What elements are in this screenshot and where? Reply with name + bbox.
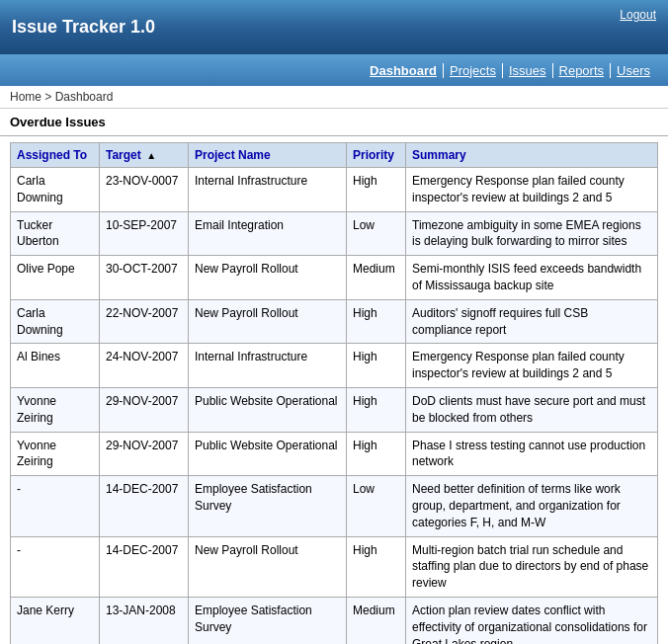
overdue-issues-table: Assigned To Target ▲ Project Name Priori… xyxy=(10,142,658,644)
logout-link[interactable]: Logout xyxy=(620,8,656,22)
app-header: Issue Tracker 1.0 Logout xyxy=(0,0,668,54)
cell-summary: Auditors' signoff requires full CSB comp… xyxy=(406,299,658,344)
nav-issues[interactable]: Issues xyxy=(503,63,553,78)
cell-target: 14-DEC-2007 xyxy=(100,536,189,597)
col-summary-label: Summary xyxy=(412,148,466,162)
cell-project: Email Integration xyxy=(189,211,347,256)
table-header-row: Assigned To Target ▲ Project Name Priori… xyxy=(11,143,658,168)
cell-project: Employee Satisfaction Survey xyxy=(189,597,347,644)
cell-target: 30-OCT-2007 xyxy=(100,256,189,300)
cell-project: Internal Infrastructure xyxy=(189,344,347,388)
table-row: Yvonne Zeiring29-NOV-2007Public Website … xyxy=(11,387,658,432)
cell-summary: Semi-monthly ISIS feed exceeds bandwidth… xyxy=(406,256,658,300)
col-target-label: Target xyxy=(106,148,141,162)
table-row: Carla Downing23-NOV-0007Internal Infrast… xyxy=(11,168,658,212)
table-row: -14-DEC-2007New Payroll RolloutHighMulti… xyxy=(11,536,658,597)
table-body: Carla Downing23-NOV-0007Internal Infrast… xyxy=(11,168,658,645)
cell-priority: High xyxy=(347,536,406,597)
nav-users[interactable]: Users xyxy=(611,63,656,78)
cell-project: Internal Infrastructure xyxy=(189,168,347,212)
cell-priority: Medium xyxy=(347,256,406,300)
table-row: Al Bines24-NOV-2007Internal Infrastructu… xyxy=(11,344,658,388)
cell-assigned: - xyxy=(11,536,100,597)
cell-assigned: Olive Pope xyxy=(11,256,100,300)
col-priority-label: Priority xyxy=(353,148,394,162)
table-row: Carla Downing22-NOV-2007New Payroll Roll… xyxy=(11,299,658,344)
col-header-priority: Priority xyxy=(347,143,406,168)
cell-priority: High xyxy=(347,344,406,388)
cell-assigned: Carla Downing xyxy=(11,299,100,344)
cell-target: 13-JAN-2008 xyxy=(100,597,189,644)
cell-assigned: Al Bines xyxy=(11,344,100,388)
app-title: Issue Tracker 1.0 xyxy=(12,17,155,38)
cell-assigned: Jane Kerry xyxy=(11,597,100,644)
cell-priority: High xyxy=(347,168,406,212)
cell-summary: Timezone ambiguity in some EMEA regions … xyxy=(406,211,658,256)
cell-summary: Emergency Response plan failed county in… xyxy=(406,344,658,388)
issues-table-container: Assigned To Target ▲ Project Name Priori… xyxy=(0,136,668,644)
cell-assigned: Tucker Uberton xyxy=(11,211,100,256)
cell-priority: High xyxy=(347,299,406,344)
cell-summary: Phase I stress testing cannot use produc… xyxy=(406,432,658,476)
cell-project: Public Website Operational xyxy=(189,432,347,476)
cell-project: New Payroll Rollout xyxy=(189,536,347,597)
col-header-summary: Summary xyxy=(406,143,658,168)
col-assigned-label: Assigned To xyxy=(17,148,87,162)
cell-project: Employee Satisfaction Survey xyxy=(189,476,347,536)
table-row: Olive Pope30-OCT-2007New Payroll Rollout… xyxy=(11,256,658,300)
cell-target: 24-NOV-2007 xyxy=(100,344,189,388)
col-project-label: Project Name xyxy=(195,148,271,162)
cell-assigned: Yvonne Zeiring xyxy=(11,387,100,432)
cell-priority: Medium xyxy=(347,597,406,644)
cell-priority: Low xyxy=(347,211,406,256)
nav-dashboard[interactable]: Dashboard xyxy=(364,63,444,78)
cell-priority: High xyxy=(347,432,406,476)
nav-reports[interactable]: Reports xyxy=(553,63,612,78)
cell-summary: Action plan review dates conflict with e… xyxy=(406,597,658,644)
cell-assigned: - xyxy=(11,476,100,536)
cell-summary: DoD clients must have secure port and mu… xyxy=(406,387,658,432)
cell-target: 10-SEP-2007 xyxy=(100,211,189,256)
cell-priority: High xyxy=(347,387,406,432)
sort-arrow-icon: ▲ xyxy=(146,150,156,161)
cell-summary: Need better definition of terms like wor… xyxy=(406,476,658,536)
nav-links: Dashboard Projects Issues Reports Users xyxy=(364,63,656,78)
breadcrumb: Home > Dashboard xyxy=(0,86,668,109)
cell-priority: Low xyxy=(347,476,406,536)
cell-project: New Payroll Rollout xyxy=(189,299,347,344)
cell-summary: Multi-region batch trial run schedule an… xyxy=(406,536,658,597)
cell-target: 29-NOV-2007 xyxy=(100,387,189,432)
table-row: -14-DEC-2007Employee Satisfaction Survey… xyxy=(11,476,658,536)
cell-target: 23-NOV-0007 xyxy=(100,168,189,212)
col-header-project[interactable]: Project Name xyxy=(189,143,347,168)
nav-projects[interactable]: Projects xyxy=(444,63,503,78)
cell-assigned: Carla Downing xyxy=(11,168,100,212)
cell-target: 29-NOV-2007 xyxy=(100,432,189,476)
col-header-target[interactable]: Target ▲ xyxy=(100,143,189,168)
cell-target: 14-DEC-2007 xyxy=(100,476,189,536)
table-row: Jane Kerry13-JAN-2008Employee Satisfacti… xyxy=(11,597,658,644)
table-row: Yvonne Zeiring29-NOV-2007Public Website … xyxy=(11,432,658,476)
section-title: Overdue Issues xyxy=(0,109,668,136)
cell-project: Public Website Operational xyxy=(189,387,347,432)
cell-target: 22-NOV-2007 xyxy=(100,299,189,344)
cell-assigned: Yvonne Zeiring xyxy=(11,432,100,476)
col-header-assigned[interactable]: Assigned To xyxy=(11,143,100,168)
cell-project: New Payroll Rollout xyxy=(189,256,347,300)
navbar: Dashboard Projects Issues Reports Users xyxy=(0,54,668,86)
cell-summary: Emergency Response plan failed county in… xyxy=(406,168,658,212)
table-row: Tucker Uberton10-SEP-2007Email Integrati… xyxy=(11,211,658,256)
